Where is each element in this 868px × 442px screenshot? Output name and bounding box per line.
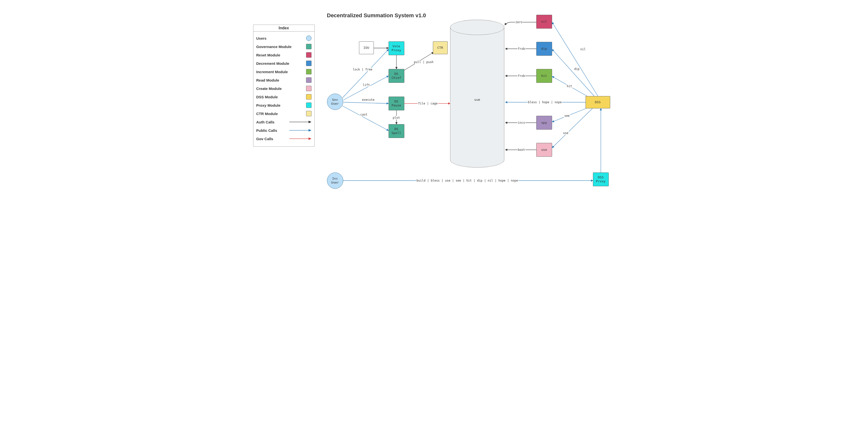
node-ds-chief: DS Chief (389, 69, 404, 83)
legend-swatch (306, 94, 311, 99)
legend-row-create: Create Module (256, 84, 311, 93)
node-use: use (536, 143, 552, 157)
svg-marker-5 (309, 138, 311, 140)
legend-label: Reset Module (256, 53, 280, 57)
legend-row-reset: Reset Module (256, 51, 311, 59)
legend-swatch (306, 52, 311, 58)
edge-label: pull | push (413, 60, 434, 64)
node-nil: nil (536, 15, 552, 29)
legend-body: Users Governance Module Reset Module Dec… (253, 32, 314, 146)
legend-swatch (306, 69, 311, 75)
svg-line-7 (344, 76, 389, 100)
node-ds-spell: DS Spell (389, 124, 404, 138)
legend-row-users: Users (256, 34, 311, 42)
legend-row-gov-calls: Gov Calls (256, 135, 311, 143)
edge-label: lock | free (352, 68, 373, 71)
legend-row-decrement: Decrement Module (256, 59, 311, 67)
node-spy: spy (536, 116, 552, 129)
legend-header: Index (253, 25, 314, 32)
legend-row-proxy: Proxy Module (256, 101, 311, 109)
edge-label: boot (517, 148, 525, 151)
node-dip: dip (536, 42, 552, 56)
legend-label: Proxy Module (256, 103, 280, 108)
legend-swatch (306, 77, 311, 83)
node-label: sum (474, 98, 480, 101)
legend-swatch (306, 61, 311, 66)
node-iou: IOU (359, 41, 374, 54)
legend-swatch (306, 102, 311, 108)
legend-row-read: Read Module (256, 76, 311, 84)
edge-label: zero (515, 21, 523, 24)
legend-label: Governance Module (256, 45, 291, 49)
legend-label: Create Module (256, 86, 282, 91)
node-gov-user: Gov User (327, 94, 343, 110)
svg-marker-3 (309, 129, 311, 131)
diagram-canvas: Decentralized Summation System v1.0 Inde… (246, 0, 622, 192)
legend-row-auth-calls: Auth Calls (256, 118, 311, 126)
legend-row-governance: Governance Module (256, 42, 311, 51)
edge-label: plot (392, 116, 400, 119)
legend-swatch (306, 86, 311, 91)
svg-line-23 (552, 107, 589, 122)
node-dss: DSS (586, 96, 610, 109)
node-sum: sum (450, 20, 504, 168)
legend-label: Users (256, 36, 267, 40)
legend-label: Gov Calls (256, 137, 273, 141)
edge-label: cast (360, 113, 368, 116)
legend-swatch (306, 111, 311, 116)
edge-label: build | bless | use | see | hit | dip | … (416, 179, 519, 182)
legend-label: Public Calls (256, 128, 277, 132)
edge-label: see (564, 114, 570, 118)
legend-label: DSS Module (256, 95, 278, 99)
legend-row-public-calls: Public Calls (256, 126, 311, 135)
legend-label: Decrement Module (256, 61, 289, 65)
legend-label: Auth Calls (256, 120, 275, 124)
svg-line-20 (552, 22, 598, 96)
legend-swatch (306, 44, 311, 49)
edge-label: frob (517, 74, 525, 78)
edge-label: nil (580, 48, 586, 51)
legend-label: Increment Module (256, 70, 288, 74)
edge-label: execute (362, 98, 375, 101)
edge-label: frob (517, 47, 525, 51)
legend-row-ctr: CTR Module (256, 109, 311, 118)
svg-marker-1 (309, 121, 311, 123)
node-ds-pause: DS Pause (389, 96, 404, 110)
diagram-title: Decentralized Summation System v1.0 (327, 12, 426, 19)
node-inc-user: Inc User (327, 173, 343, 189)
legend-panel: Index Users Governance Module Reset Modu… (253, 25, 315, 147)
svg-line-9 (343, 106, 389, 130)
legend-label: Read Module (256, 78, 279, 82)
node-vote-proxy: Vote Proxy (389, 41, 404, 55)
edge-label: file | cage (417, 102, 438, 105)
node-dss-proxy: DSS Proxy (593, 173, 609, 186)
edge-label: lift (362, 83, 370, 87)
arrow-icon (289, 129, 311, 132)
svg-line-21 (552, 49, 594, 96)
node-ctr: CTR (433, 41, 448, 54)
svg-line-8 (344, 102, 389, 104)
svg-line-24 (552, 108, 593, 148)
edge-label: incs (517, 121, 525, 124)
arrow-icon (289, 137, 311, 140)
edge-label: use (563, 131, 569, 135)
legend-label: CTR Module (256, 112, 278, 116)
legend-row-increment: Increment Module (256, 67, 311, 76)
legend-row-dss: DSS Module (256, 93, 311, 101)
node-hit: hit (536, 69, 552, 83)
edge-label: hit (566, 85, 573, 88)
edge-label: bless | hope | nope (527, 100, 562, 104)
edge-label: dip (574, 67, 580, 71)
arrow-icon (289, 120, 311, 123)
svg-line-6 (343, 49, 389, 98)
legend-swatch-circle (306, 35, 311, 41)
